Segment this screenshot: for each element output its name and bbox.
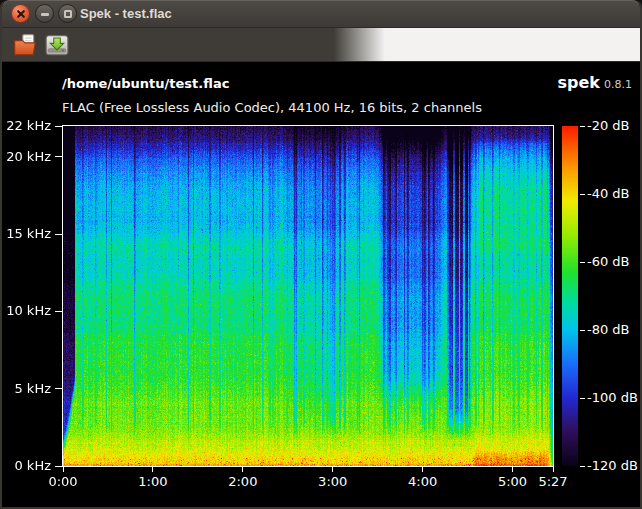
colorbar-tick [580, 398, 585, 399]
minimize-icon [41, 13, 49, 16]
colorbar-tick-label: -60 dB [587, 254, 630, 270]
x-axis-tick-label: 1:00 [127, 474, 179, 490]
colorbar-tick [580, 126, 585, 127]
y-axis-tick-label: 15 kHz [2, 226, 51, 242]
colorbar-tick [580, 466, 585, 467]
x-axis-tick-label: 0:00 [37, 474, 89, 490]
maximize-icon [64, 10, 72, 18]
colorbar-tick-label: -80 dB [587, 322, 630, 338]
colorbar-tick [580, 262, 585, 263]
window-title: Spek - test.flac [80, 0, 172, 28]
colorbar-tick-label: -120 dB [587, 458, 638, 474]
x-axis-tick-label: 4:00 [397, 474, 449, 490]
y-axis-tick-label: 10 kHz [2, 303, 51, 319]
folder-open-icon [12, 32, 38, 58]
y-axis-tick [55, 388, 62, 389]
y-axis-tick-label: 20 kHz [2, 149, 51, 165]
y-axis-tick-label: 22 kHz [2, 118, 51, 134]
x-axis-tick [512, 467, 513, 472]
colorbar [562, 126, 578, 466]
x-axis-tick [242, 467, 243, 472]
y-axis-tick [55, 156, 62, 157]
spectrogram-canvas [63, 126, 553, 466]
x-axis-tick [332, 467, 333, 472]
content-area: /home/ubuntu/test.flac spek 0.8.1 FLAC (… [2, 62, 640, 507]
x-axis-tick-label: 2:00 [217, 474, 269, 490]
x-axis-tick-label: 5:27 [527, 474, 579, 490]
x-axis-tick-label: 3:00 [307, 474, 359, 490]
minimize-button[interactable] [35, 4, 54, 23]
y-axis-tick-label: 0 kHz [2, 458, 51, 474]
colorbar-tick-label: -100 dB [587, 390, 638, 406]
open-file-button[interactable] [12, 32, 38, 58]
y-axis-tick [55, 234, 62, 235]
x-axis-tick [553, 467, 554, 472]
titlebar[interactable]: Spek - test.flac [2, 0, 640, 28]
save-icon [44, 32, 70, 58]
x-axis-tick [152, 467, 153, 472]
colorbar-tick [580, 330, 585, 331]
x-axis-tick [422, 467, 423, 472]
toolbar [2, 28, 640, 62]
format-info: FLAC (Free Lossless Audio Codec), 44100 … [62, 100, 482, 115]
maximize-button[interactable] [58, 4, 77, 23]
save-button[interactable] [44, 32, 70, 58]
y-axis-tick [55, 126, 62, 127]
app-brand: spek 0.8.1 [558, 73, 632, 92]
app-window: Spek - test.flac [0, 0, 642, 509]
y-axis-tick [55, 466, 62, 467]
app-name: spek [558, 73, 600, 92]
x-axis-tick [63, 467, 64, 472]
spectrogram-plot [62, 125, 554, 467]
y-axis-tick [55, 311, 62, 312]
close-button[interactable] [11, 4, 30, 23]
file-path: /home/ubuntu/test.flac [62, 76, 229, 91]
app-version: 0.8.1 [604, 78, 632, 91]
colorbar-tick [580, 194, 585, 195]
y-axis-tick-label: 5 kHz [2, 381, 51, 397]
colorbar-tick-label: -40 dB [587, 186, 630, 202]
colorbar-tick-label: -20 dB [587, 118, 630, 134]
